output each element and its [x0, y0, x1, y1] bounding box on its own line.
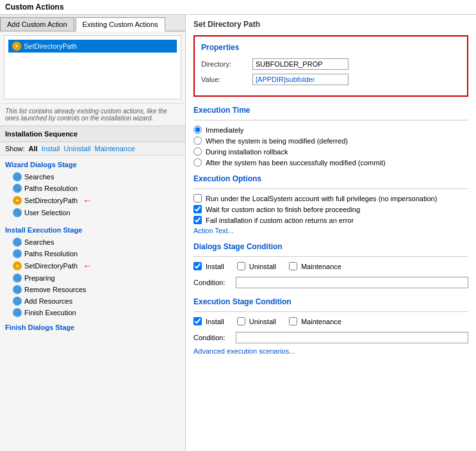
tab-add-custom-action[interactable]: Add Custom Action: [0, 17, 74, 31]
prop-row-value: Value: [APPDIR]subfolder: [201, 74, 461, 85]
chk-fail: Fail installation if custom action retur…: [193, 216, 468, 224]
execution-options-title: Execution Options: [193, 174, 468, 183]
item-label: User Selection: [24, 209, 70, 217]
seq-item-paths-1[interactable]: Paths Resolution: [0, 183, 185, 194]
dlg-chk-uninstall-label: Uninstall: [249, 263, 276, 270]
tab-existing-custom-actions[interactable]: Existing Custom Actions: [76, 17, 165, 31]
arrow-icon: ←: [83, 261, 92, 271]
dlg-chk-uninstall-input[interactable]: [237, 262, 245, 270]
filter-maintenance[interactable]: Maintenance: [95, 145, 135, 152]
dlg-chk-uninstall: Uninstall: [237, 262, 276, 270]
chk-localsystem-label: Run under the LocalSystem account with f…: [206, 195, 437, 202]
install-execution-stage: Install Execution Stage Searches Paths R…: [0, 221, 185, 321]
tabs-container: Add Custom Action Existing Custom Action…: [0, 15, 185, 31]
chk-wait-label: Wait for custom action to finish before …: [206, 206, 360, 213]
seq-item-paths-2[interactable]: Paths Resolution: [0, 248, 185, 259]
stage-title-install: Install Execution Stage: [0, 224, 185, 236]
chk-wait-input[interactable]: [193, 205, 202, 213]
advanced-link[interactable]: Advanced execution scenarios...: [193, 347, 468, 355]
value-field[interactable]: [APPDIR]subfolder: [252, 74, 349, 85]
dialogs-condition-label: Condition:: [193, 279, 232, 286]
divider-2: [193, 188, 468, 189]
chk-localsystem: Run under the LocalSystem account with f…: [193, 194, 468, 202]
list-item[interactable]: SetDirectoryPath: [8, 40, 177, 53]
execution-time-title: Execution Time: [193, 106, 468, 115]
svg-line-9: [19, 214, 21, 216]
svg-point-15: [17, 265, 19, 267]
svg-line-19: [19, 291, 21, 293]
filter-install[interactable]: Install: [42, 145, 60, 152]
installation-sequence: Installation Sequence Show: All Install …: [0, 126, 185, 451]
dialogs-condition-input[interactable]: [236, 277, 468, 288]
show-label: Show:: [5, 145, 25, 152]
svg-point-20: [15, 299, 19, 302]
svg-point-7: [17, 200, 19, 202]
svg-point-22: [15, 310, 19, 314]
chk-fail-input[interactable]: [193, 216, 202, 224]
seq-header: Installation Sequence: [0, 126, 185, 142]
right-panel-title: Set Directory Path: [193, 20, 468, 29]
divider-4: [193, 311, 468, 312]
radio-deferred-input[interactable]: [193, 136, 202, 145]
radio-commit-input[interactable]: [193, 158, 202, 167]
action-text-link[interactable]: Action Text...: [193, 227, 468, 234]
dlg-chk-install-input[interactable]: [193, 262, 202, 270]
radio-deferred-label: When the system is being modified (defer…: [206, 137, 348, 145]
exec-checks: Install Uninstall Maintenance: [193, 317, 468, 328]
search-icon: [13, 172, 22, 181]
exec-chk-install-label: Install: [206, 318, 224, 325]
seq-item-user-selection[interactable]: User Selection: [0, 207, 185, 218]
svg-line-17: [19, 279, 21, 281]
dialogs-checks: Install Uninstall Maintenance: [193, 262, 468, 273]
svg-point-4: [15, 186, 19, 190]
filter-uninstall[interactable]: Uninstall: [63, 145, 90, 152]
left-panel: Add Custom Action Existing Custom Action…: [0, 15, 186, 451]
item-label: SetDirectoryPath: [24, 262, 78, 270]
svg-point-2: [15, 174, 19, 178]
radio-immediately-input[interactable]: [193, 126, 202, 134]
seq-item-finish-execution[interactable]: Finish Execution: [0, 307, 185, 318]
svg-point-1: [16, 45, 18, 47]
directory-value[interactable]: SUBFOLDER_PROP: [252, 58, 349, 70]
seq-item-setdirpath-1[interactable]: SetDirectoryPath ←: [0, 194, 185, 207]
item-label: Preparing: [24, 274, 55, 282]
search-icon: [13, 249, 22, 258]
seq-item-setdirpath-2[interactable]: SetDirectoryPath ←: [0, 259, 185, 272]
chk-fail-label: Fail installation if custom action retur…: [206, 217, 354, 224]
filter-all[interactable]: All: [29, 145, 38, 152]
seq-item-add-resources[interactable]: Add Resources: [0, 295, 185, 307]
gear-icon: [13, 261, 22, 270]
dlg-chk-maintenance-input[interactable]: [289, 262, 297, 270]
dialogs-condition-row: Condition:: [193, 277, 468, 288]
seq-item-searches-2[interactable]: Searches: [0, 236, 185, 248]
chk-localsystem-input[interactable]: [193, 194, 202, 202]
radio-immediately: Immediately: [193, 126, 468, 134]
item-label: SetDirectoryPath: [24, 197, 78, 204]
properties-box: Properties Directory: SUBFOLDER_PROP Val…: [193, 35, 468, 97]
exec-chk-uninstall-input[interactable]: [237, 317, 245, 325]
dialogs-condition-section: Install Uninstall Maintenance Condition:: [193, 262, 468, 288]
execution-time-group: Immediately When the system is being mod…: [193, 126, 468, 167]
gear-icon: [13, 196, 22, 205]
exec-chk-uninstall: Uninstall: [237, 317, 276, 325]
radio-immediately-label: Immediately: [206, 126, 243, 134]
seq-item-remove-resources[interactable]: Remove Resources: [0, 284, 185, 295]
seq-item-searches-1[interactable]: Searches: [0, 171, 185, 183]
exec-condition-input[interactable]: [236, 332, 468, 343]
right-panel: Set Directory Path Properties Directory:…: [186, 15, 476, 451]
radio-rollback-input[interactable]: [193, 147, 202, 156]
exec-chk-install-input[interactable]: [193, 317, 202, 325]
search-icon: [13, 208, 22, 217]
properties-title: Properties: [201, 43, 461, 52]
exec-condition-row: Condition:: [193, 332, 468, 343]
svg-line-23: [19, 314, 21, 316]
value-label: Value:: [201, 76, 252, 83]
radio-rollback-label: During installation rollback: [206, 148, 288, 156]
dialogs-condition-title: Dialogs Stage Condition: [193, 242, 468, 251]
seq-item-preparing[interactable]: Preparing: [0, 272, 185, 284]
list-item-label: SetDirectoryPath: [24, 42, 77, 50]
item-label: Paths Resolution: [24, 250, 78, 258]
finish-dialogs-stage: Finish Dialogs Stage: [0, 321, 185, 334]
exec-chk-maintenance-input[interactable]: [289, 317, 297, 325]
svg-point-8: [15, 210, 19, 214]
